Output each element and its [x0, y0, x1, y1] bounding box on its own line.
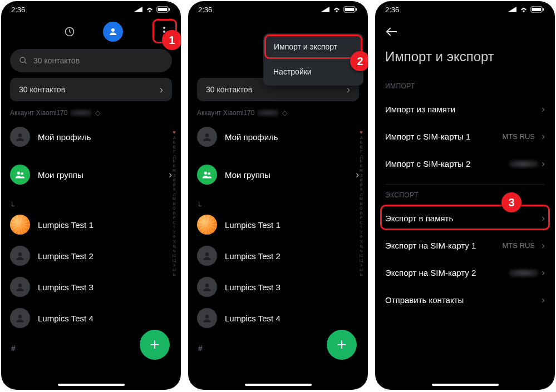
- phone-screen-1: 2:36 30 контактов 30 контактов › Аккаунт…: [1, 1, 181, 390]
- contact-name: Lumpics Test 3: [225, 282, 359, 292]
- setting-label: Импорт с SIM-карты 1: [385, 132, 470, 141]
- section-import: ИМПОРТ: [375, 79, 555, 96]
- svg-point-12: [18, 252, 22, 256]
- my-groups-row[interactable]: Мои группы ›: [188, 159, 368, 190]
- search-input[interactable]: 30 контактов: [10, 49, 172, 72]
- setting-label: Импорт из памяти: [385, 105, 455, 114]
- page-title: Импорт и экспорт: [375, 41, 555, 79]
- status-bar: 2:36: [1, 1, 181, 18]
- account-redacted: [71, 110, 92, 116]
- svg-rect-17: [356, 8, 357, 11]
- account-label: Аккаунт Xiaomi170: [10, 109, 67, 117]
- svg-point-22: [205, 284, 209, 287]
- contacts-list: Мой профиль Мои группы › L Lumpics Test …: [188, 121, 368, 353]
- arrow-left-icon: [385, 27, 397, 37]
- chevron-right-icon: ›: [160, 84, 163, 96]
- contact-name: Lumpics Test 4: [225, 314, 359, 323]
- import-from-sim1[interactable]: Импорт с SIM-карты 1 MTS RUS›: [375, 123, 555, 150]
- svg-rect-2: [169, 8, 170, 11]
- account-selector[interactable]: Аккаунт Xiaomi170 ◇: [188, 107, 368, 121]
- fab-add-contact[interactable]: +: [327, 330, 357, 360]
- avatar-icon: [197, 127, 217, 147]
- my-groups-row[interactable]: Мои группы ›: [1, 159, 181, 190]
- back-button[interactable]: [375, 18, 555, 41]
- account-selector[interactable]: Аккаунт Xiaomi170 ◇: [1, 107, 181, 121]
- svg-point-14: [18, 315, 22, 319]
- alpha-index[interactable]: ♥АБВГДЕЁЖЗИЙКЛМНОПРСТУФХЦЧШЩЪЫЬ: [170, 130, 178, 277]
- callout-2: 2: [350, 51, 368, 71]
- chevron-right-icon: ›: [542, 240, 545, 251]
- contacts-list: Мой профиль Мои группы › L Lumpics Test …: [1, 121, 181, 353]
- contact-row[interactable]: Lumpics Test 3: [188, 271, 368, 302]
- svg-point-21: [205, 252, 209, 256]
- svg-point-23: [205, 315, 209, 319]
- contact-avatar: [10, 215, 30, 235]
- svg-point-11: [21, 172, 23, 175]
- account-label: Аккаунт Xiaomi170: [197, 109, 254, 117]
- svg-point-13: [18, 284, 22, 287]
- svg-point-10: [17, 172, 21, 175]
- account-redacted: [258, 110, 279, 116]
- home-indicator: [432, 384, 499, 386]
- avatar-icon: [10, 127, 30, 147]
- contact-avatar: [10, 246, 30, 266]
- contacts-count-button[interactable]: 30 контактов ›: [10, 78, 172, 101]
- contact-row[interactable]: Lumpics Test 4: [1, 302, 181, 334]
- my-groups-label: Мои группы: [225, 170, 270, 180]
- setting-label: Отправить контакты: [385, 295, 464, 305]
- menu-import-export[interactable]: Импорт и экспорт: [264, 34, 362, 59]
- phone-screen-3: 2:36 Импорт и экспорт ИМПОРТ Импорт из п…: [375, 1, 555, 390]
- section-export: ЭКСПОРТ: [375, 188, 555, 205]
- chevron-right-icon: ›: [542, 294, 545, 306]
- chevron-right-icon: ›: [542, 158, 545, 170]
- contact-name: Lumpics Test 4: [38, 314, 172, 323]
- svg-point-8: [20, 57, 25, 62]
- status-icons: [320, 6, 358, 13]
- setting-label: Экспорт на SIM-карту 2: [385, 268, 476, 277]
- groups-icon: [197, 165, 217, 185]
- my-profile-row[interactable]: Мой профиль: [188, 121, 368, 152]
- import-from-sim2[interactable]: Импорт с SIM-карты 2 ›: [375, 150, 555, 177]
- section-header-L: L: [188, 195, 368, 209]
- my-profile-label: Мой профиль: [225, 132, 359, 142]
- my-groups-label: Мои группы: [38, 170, 83, 180]
- contact-row[interactable]: Lumpics Test 4: [188, 302, 368, 334]
- contact-row[interactable]: Lumpics Test 1: [188, 209, 368, 240]
- contact-row[interactable]: Lumpics Test 1: [1, 209, 181, 240]
- alpha-index[interactable]: ♥АБВГДЕЁЖЗИЙКЛМНОПРСТУФХЦЧШЩЪЫЬ: [357, 130, 365, 277]
- tab-recents[interactable]: [60, 22, 80, 42]
- contact-avatar: [197, 277, 217, 297]
- dropdown-icon: ◇: [95, 109, 100, 117]
- svg-point-19: [204, 172, 208, 175]
- contact-avatar: [10, 308, 30, 328]
- setting-subtitle: MTS RUS: [503, 241, 535, 250]
- send-contacts[interactable]: Отправить контакты ›: [375, 286, 555, 314]
- contact-avatar: [10, 277, 30, 297]
- contact-name: Lumpics Test 3: [38, 282, 172, 292]
- import-from-storage[interactable]: Импорт из памяти ›: [375, 96, 555, 123]
- export-to-sim1[interactable]: Экспорт на SIM-карту 1 MTS RUS›: [375, 232, 555, 259]
- callout-1: 1: [162, 30, 181, 50]
- svg-point-20: [208, 172, 210, 175]
- tab-contacts[interactable]: [103, 22, 123, 42]
- setting-subtitle: MTS RUS: [503, 132, 535, 141]
- menu-settings[interactable]: Настройки: [263, 60, 363, 83]
- fab-add-contact[interactable]: +: [140, 330, 170, 360]
- chevron-right-icon: ›: [542, 212, 545, 224]
- setting-label: Экспорт в память: [385, 214, 453, 223]
- contact-avatar: [197, 308, 217, 328]
- my-profile-row[interactable]: Мой профиль: [1, 121, 181, 152]
- status-icons: [133, 6, 171, 13]
- chevron-right-icon: ›: [542, 267, 545, 279]
- contact-name: Lumpics Test 1: [38, 220, 172, 230]
- export-to-sim2[interactable]: Экспорт на SIM-карту 2 ›: [375, 259, 555, 286]
- home-indicator: [245, 384, 312, 386]
- contact-row[interactable]: Lumpics Test 2: [188, 240, 368, 271]
- svg-point-9: [18, 133, 22, 137]
- contact-row[interactable]: Lumpics Test 3: [1, 271, 181, 302]
- export-to-storage[interactable]: Экспорт в память ›: [375, 205, 555, 232]
- setting-subtitle-redacted: [509, 269, 538, 277]
- contact-row[interactable]: Lumpics Test 2: [1, 240, 181, 271]
- status-icons: [507, 6, 545, 13]
- search-placeholder: 30 контактов: [33, 56, 80, 65]
